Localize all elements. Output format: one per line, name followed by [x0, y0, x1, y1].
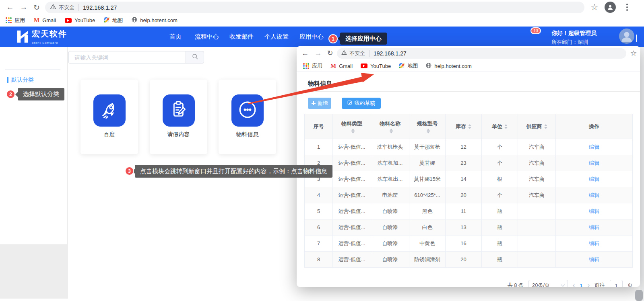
col-header-name[interactable]: 物料名称 [371, 114, 409, 139]
col-header-stock[interactable]: 库存 [446, 114, 482, 139]
table-row: 4 运营-低值... 电池筐 610*425*... 20 个 汽车商 编辑 [305, 187, 632, 203]
bookmark-gmail[interactable]: M Gmail [34, 17, 56, 24]
security-label: 不安全 [59, 4, 79, 11]
logo-title: 宏天软件 [32, 29, 67, 38]
back-icon[interactable]: ← [5, 2, 15, 12]
user-avatar[interactable] [619, 29, 634, 44]
col-header-spec[interactable]: 规格型号 [409, 114, 446, 139]
hotent-logo-icon [16, 29, 29, 44]
security-label: 不安全 [349, 50, 369, 57]
chevron-down-icon[interactable] [636, 35, 637, 42]
logo: 宏天软件 otent Software [16, 29, 67, 45]
clipboard-edit-icon [168, 99, 189, 122]
app-card-material-info[interactable]: 物料信息 [219, 80, 276, 154]
table-row: 2 运营-低值... 洗车机加... 莫甘娜 23 个 汽车商 编辑 [305, 155, 632, 171]
my-drafts-button[interactable]: 我的草稿 [342, 98, 381, 109]
sort-caret-icon[interactable] [468, 124, 471, 129]
material-table: 序号 物料类型 物料名称 规格型号 库存 单位 [304, 114, 633, 268]
globe-icon [426, 63, 431, 70]
edit-link[interactable]: 编辑 [589, 224, 599, 231]
bookmark-gmail[interactable]: M Gmail [330, 63, 353, 70]
col-header-supplier[interactable]: 供应商 [518, 114, 556, 139]
edit-link[interactable]: 编辑 [589, 256, 599, 263]
edit-link[interactable]: 编辑 [589, 208, 599, 215]
search-button[interactable] [186, 51, 204, 63]
address-bar[interactable]: 不安全 192.168.1.27 [45, 2, 584, 13]
page-scrollbar-track[interactable] [640, 47, 644, 301]
sort-caret-icon[interactable] [390, 129, 393, 133]
next-page-button[interactable]: › [588, 280, 590, 287]
category-active-bar [7, 77, 8, 83]
sort-caret-icon[interactable] [504, 124, 508, 129]
bookmark-maps[interactable]: 地图 [104, 17, 123, 24]
edit-link[interactable]: 编辑 [589, 192, 599, 199]
youtube-icon [65, 18, 72, 23]
nav-item-mail[interactable]: 收发邮件 [229, 27, 254, 47]
reload-icon[interactable]: ↻ [325, 48, 335, 58]
nav-item-app-center[interactable]: 应用中心 [299, 27, 324, 47]
browser-menu-icon[interactable] [626, 4, 628, 12]
overlay-bookmarks-bar: 应用 M Gmail YouTube 地图 help.hotent.com [297, 60, 640, 72]
bookmark-help[interactable]: help.hotent.com [426, 63, 472, 70]
bookmark-youtube[interactable]: YouTube [65, 17, 95, 23]
bookmark-apps[interactable]: 应用 [6, 17, 25, 24]
goto-page-input[interactable] [610, 282, 622, 287]
edit-link[interactable]: 编辑 [589, 176, 599, 183]
sort-caret-icon[interactable] [544, 124, 547, 129]
globe-icon [132, 17, 137, 24]
user-greeting: 你好！超级管理员 [551, 30, 597, 37]
browser-toolbar: ← → ↻ 不安全 192.168.1.27 ☆ [0, 0, 644, 15]
nav-item-personal-settings[interactable]: 个人设置 [264, 27, 289, 47]
step-badge-3: 3 [126, 167, 133, 175]
page-background-area [0, 244, 67, 299]
col-header-unit[interactable]: 单位 [482, 114, 518, 139]
address-bar[interactable]: 不安全 192.168.1.27 [337, 48, 626, 59]
chevron-down-icon [561, 283, 565, 287]
reload-icon[interactable]: ↻ [31, 2, 42, 12]
app-search [68, 51, 204, 63]
bookmark-star-icon[interactable]: ☆ [628, 48, 639, 58]
app-card-baidu[interactable]: 百度 [80, 80, 138, 154]
table-row: 7 运营-低值... 自喷漆 中黄色 16 瓶 编辑 [305, 235, 632, 252]
prev-page-button[interactable]: ‹ [573, 280, 575, 287]
maps-icon [399, 63, 405, 70]
forward-icon[interactable]: → [313, 48, 323, 58]
step-badge-2: 2 [7, 90, 14, 98]
browser-profile-icon[interactable] [605, 2, 616, 13]
page-scrollbar-thumb[interactable] [635, 290, 643, 301]
col-header-action: 操作 [556, 114, 632, 139]
sidebar-item-default-category[interactable]: 默认分类 [7, 76, 34, 84]
sidebar-divider [67, 47, 68, 299]
table-row: 6 运营-低值... 自喷漆 白色 13 瓶 编辑 [305, 219, 632, 235]
page-size-select[interactable]: 20条/页 [528, 280, 568, 287]
nav-item-process-center[interactable]: 流程中心 [195, 27, 219, 47]
nav-item-home[interactable]: 首页 [169, 27, 182, 47]
back-icon[interactable]: ← [300, 48, 310, 58]
material-table-header: 序号 物料类型 物料名称 规格型号 库存 单位 [305, 114, 632, 139]
bookmark-maps[interactable]: 地图 [399, 62, 418, 70]
bookmark-youtube[interactable]: YouTube [361, 63, 391, 69]
material-info-window: ← → ↻ 不安全 192.168.1.27 ☆ 应用 [297, 46, 640, 287]
goto-label: 前往 [594, 280, 605, 287]
app-card-leave-content[interactable]: 请假内容 [150, 80, 207, 154]
bookmark-help[interactable]: help.hotent.com [132, 17, 178, 24]
bookmark-apps[interactable]: 应用 [303, 62, 322, 70]
sort-caret-icon[interactable] [351, 129, 355, 133]
edit-link[interactable]: 编辑 [589, 240, 599, 247]
bookmark-star-icon[interactable]: ☆ [589, 2, 600, 12]
add-button[interactable]: 新增 [308, 98, 331, 109]
table-row: 5 运营-低值... 自喷漆 黑色 11 瓶 编辑 [305, 203, 632, 219]
search-input[interactable] [68, 51, 186, 63]
material-table-body: 1 运营-低值... 洗车机枪头 莫干那短枪 12 个 汽车商 编辑 2 运营-… [305, 139, 632, 268]
screenshot-root: ← → ↻ 不安全 192.168.1.27 ☆ 应用 M Gmail [0, 0, 644, 301]
edit-link[interactable]: 编辑 [589, 143, 599, 151]
pagination-total: 共 8 条 [508, 280, 524, 287]
bookmarks-bar: 应用 M Gmail YouTube 地图 help.hotent.com [0, 15, 644, 26]
col-header-type[interactable]: 物料类型 [333, 114, 371, 139]
edit-link[interactable]: 编辑 [589, 160, 599, 167]
draft-edit-icon [347, 100, 353, 106]
forward-icon[interactable]: → [19, 2, 29, 12]
current-page[interactable]: 1 [580, 280, 582, 287]
sort-caret-icon[interactable] [427, 129, 430, 133]
step-tooltip-2: 选择默认分类 [18, 88, 64, 100]
